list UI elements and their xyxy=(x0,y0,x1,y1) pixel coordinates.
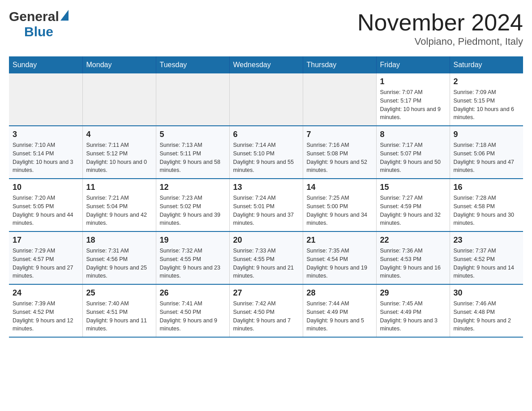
day-number: 30 xyxy=(454,288,520,298)
day-info: Sunrise: 7:31 AM Sunset: 4:56 PM Dayligh… xyxy=(86,247,152,280)
table-row: 12Sunrise: 7:23 AM Sunset: 5:02 PM Dayli… xyxy=(156,179,229,231)
calendar-table: Sunday Monday Tuesday Wednesday Thursday… xyxy=(9,56,523,338)
col-saturday: Saturday xyxy=(450,56,523,73)
calendar-header-row: Sunday Monday Tuesday Wednesday Thursday… xyxy=(9,56,523,73)
table-row: 25Sunrise: 7:40 AM Sunset: 4:51 PM Dayli… xyxy=(82,284,156,337)
day-number: 10 xyxy=(13,183,79,192)
table-row: 27Sunrise: 7:42 AM Sunset: 4:50 PM Dayli… xyxy=(229,284,303,337)
table-row xyxy=(156,73,229,126)
day-number: 18 xyxy=(86,235,152,245)
table-row: 2Sunrise: 7:09 AM Sunset: 5:15 PM Daylig… xyxy=(450,73,523,126)
calendar-week-row: 24Sunrise: 7:39 AM Sunset: 4:52 PM Dayli… xyxy=(9,284,523,337)
table-row: 1Sunrise: 7:07 AM Sunset: 5:17 PM Daylig… xyxy=(376,73,450,126)
calendar-week-row: 1Sunrise: 7:07 AM Sunset: 5:17 PM Daylig… xyxy=(9,73,523,126)
calendar-week-row: 3Sunrise: 7:10 AM Sunset: 5:14 PM Daylig… xyxy=(9,126,523,179)
table-row: 9Sunrise: 7:18 AM Sunset: 5:06 PM Daylig… xyxy=(450,126,523,179)
day-number: 1 xyxy=(380,77,446,86)
page-header: General Blue November 2024 Volpiano, Pie… xyxy=(9,9,523,47)
day-number: 4 xyxy=(86,130,152,139)
day-info: Sunrise: 7:14 AM Sunset: 5:10 PM Dayligh… xyxy=(233,141,299,175)
day-number: 26 xyxy=(160,288,226,298)
table-row: 22Sunrise: 7:36 AM Sunset: 4:53 PM Dayli… xyxy=(376,231,450,284)
day-number: 15 xyxy=(380,183,446,192)
day-info: Sunrise: 7:40 AM Sunset: 4:51 PM Dayligh… xyxy=(86,300,152,333)
day-number: 9 xyxy=(454,130,520,139)
day-number: 7 xyxy=(307,130,373,139)
day-info: Sunrise: 7:41 AM Sunset: 4:50 PM Dayligh… xyxy=(160,300,226,333)
day-info: Sunrise: 7:33 AM Sunset: 4:55 PM Dayligh… xyxy=(233,247,299,280)
table-row: 15Sunrise: 7:27 AM Sunset: 4:59 PM Dayli… xyxy=(376,179,450,231)
day-info: Sunrise: 7:35 AM Sunset: 4:54 PM Dayligh… xyxy=(307,247,373,280)
table-row: 28Sunrise: 7:44 AM Sunset: 4:49 PM Dayli… xyxy=(303,284,376,337)
col-thursday: Thursday xyxy=(303,56,376,73)
logo-blue-text: Blue xyxy=(24,24,53,39)
day-number: 22 xyxy=(380,235,446,245)
day-info: Sunrise: 7:10 AM Sunset: 5:14 PM Dayligh… xyxy=(13,141,79,175)
table-row: 16Sunrise: 7:28 AM Sunset: 4:58 PM Dayli… xyxy=(450,179,523,231)
day-number: 14 xyxy=(307,183,373,192)
table-row: 24Sunrise: 7:39 AM Sunset: 4:52 PM Dayli… xyxy=(9,284,82,337)
day-info: Sunrise: 7:24 AM Sunset: 5:01 PM Dayligh… xyxy=(233,194,299,227)
day-info: Sunrise: 7:36 AM Sunset: 4:53 PM Dayligh… xyxy=(380,247,446,280)
col-sunday: Sunday xyxy=(9,56,82,73)
day-number: 16 xyxy=(454,183,520,192)
month-title: November 2024 xyxy=(357,9,523,36)
day-info: Sunrise: 7:13 AM Sunset: 5:11 PM Dayligh… xyxy=(160,141,226,175)
col-tuesday: Tuesday xyxy=(156,56,229,73)
day-number: 8 xyxy=(380,130,446,139)
table-row: 5Sunrise: 7:13 AM Sunset: 5:11 PM Daylig… xyxy=(156,126,229,179)
day-number: 24 xyxy=(13,288,79,298)
day-number: 3 xyxy=(13,130,79,139)
day-number: 11 xyxy=(86,183,152,192)
table-row: 23Sunrise: 7:37 AM Sunset: 4:52 PM Dayli… xyxy=(450,231,523,284)
day-info: Sunrise: 7:27 AM Sunset: 4:59 PM Dayligh… xyxy=(380,194,446,227)
day-number: 23 xyxy=(454,235,520,245)
table-row: 14Sunrise: 7:25 AM Sunset: 5:00 PM Dayli… xyxy=(303,179,376,231)
day-info: Sunrise: 7:09 AM Sunset: 5:15 PM Dayligh… xyxy=(454,88,520,122)
day-number: 29 xyxy=(380,288,446,298)
day-info: Sunrise: 7:28 AM Sunset: 4:58 PM Dayligh… xyxy=(454,194,520,227)
title-area: November 2024 Volpiano, Piedmont, Italy xyxy=(357,9,523,47)
day-info: Sunrise: 7:21 AM Sunset: 5:04 PM Dayligh… xyxy=(86,194,152,227)
calendar-week-row: 10Sunrise: 7:20 AM Sunset: 5:05 PM Dayli… xyxy=(9,179,523,231)
day-number: 27 xyxy=(233,288,299,298)
col-monday: Monday xyxy=(82,56,156,73)
table-row: 30Sunrise: 7:46 AM Sunset: 4:48 PM Dayli… xyxy=(450,284,523,337)
day-number: 21 xyxy=(307,235,373,245)
table-row: 6Sunrise: 7:14 AM Sunset: 5:10 PM Daylig… xyxy=(229,126,303,179)
logo: General Blue xyxy=(9,9,69,39)
day-number: 17 xyxy=(13,235,79,245)
day-info: Sunrise: 7:29 AM Sunset: 4:57 PM Dayligh… xyxy=(13,247,79,280)
day-number: 25 xyxy=(86,288,152,298)
table-row: 11Sunrise: 7:21 AM Sunset: 5:04 PM Dayli… xyxy=(82,179,156,231)
day-number: 20 xyxy=(233,235,299,245)
day-info: Sunrise: 7:44 AM Sunset: 4:49 PM Dayligh… xyxy=(307,300,373,333)
day-number: 13 xyxy=(233,183,299,192)
day-info: Sunrise: 7:20 AM Sunset: 5:05 PM Dayligh… xyxy=(13,194,79,227)
day-info: Sunrise: 7:23 AM Sunset: 5:02 PM Dayligh… xyxy=(160,194,226,227)
day-info: Sunrise: 7:46 AM Sunset: 4:48 PM Dayligh… xyxy=(454,300,520,333)
table-row: 17Sunrise: 7:29 AM Sunset: 4:57 PM Dayli… xyxy=(9,231,82,284)
logo-general-text: General xyxy=(9,9,59,24)
day-info: Sunrise: 7:16 AM Sunset: 5:08 PM Dayligh… xyxy=(307,141,373,175)
day-info: Sunrise: 7:45 AM Sunset: 4:49 PM Dayligh… xyxy=(380,300,446,333)
day-info: Sunrise: 7:07 AM Sunset: 5:17 PM Dayligh… xyxy=(380,88,446,122)
table-row: 18Sunrise: 7:31 AM Sunset: 4:56 PM Dayli… xyxy=(82,231,156,284)
table-row: 21Sunrise: 7:35 AM Sunset: 4:54 PM Dayli… xyxy=(303,231,376,284)
day-number: 5 xyxy=(160,130,226,139)
table-row: 26Sunrise: 7:41 AM Sunset: 4:50 PM Dayli… xyxy=(156,284,229,337)
table-row: 10Sunrise: 7:20 AM Sunset: 5:05 PM Dayli… xyxy=(9,179,82,231)
calendar-week-row: 17Sunrise: 7:29 AM Sunset: 4:57 PM Dayli… xyxy=(9,231,523,284)
day-info: Sunrise: 7:37 AM Sunset: 4:52 PM Dayligh… xyxy=(454,247,520,280)
table-row xyxy=(9,73,82,126)
table-row: 19Sunrise: 7:32 AM Sunset: 4:55 PM Dayli… xyxy=(156,231,229,284)
table-row xyxy=(229,73,303,126)
table-row xyxy=(303,73,376,126)
svg-marker-0 xyxy=(60,10,69,21)
day-info: Sunrise: 7:25 AM Sunset: 5:00 PM Dayligh… xyxy=(307,194,373,227)
day-info: Sunrise: 7:42 AM Sunset: 4:50 PM Dayligh… xyxy=(233,300,299,333)
table-row: 3Sunrise: 7:10 AM Sunset: 5:14 PM Daylig… xyxy=(9,126,82,179)
day-number: 6 xyxy=(233,130,299,139)
col-friday: Friday xyxy=(376,56,450,73)
day-info: Sunrise: 7:18 AM Sunset: 5:06 PM Dayligh… xyxy=(454,141,520,175)
